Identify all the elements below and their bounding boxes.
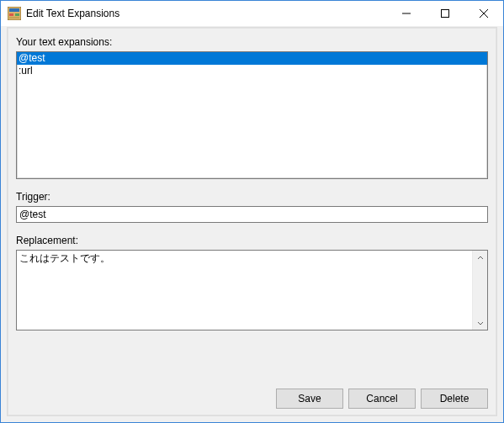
titlebar[interactable]: Edit Text Expansions <box>1 1 503 26</box>
trigger-label: Trigger: <box>16 191 488 203</box>
svg-rect-2 <box>9 13 13 16</box>
cancel-button[interactable]: Cancel <box>348 389 416 409</box>
app-icon <box>8 7 21 20</box>
close-icon <box>480 9 488 18</box>
save-button[interactable]: Save <box>276 389 343 409</box>
replacement-label: Replacement: <box>16 235 488 246</box>
trigger-input[interactable] <box>16 206 488 223</box>
list-item[interactable]: :url <box>17 65 487 77</box>
svg-rect-3 <box>15 13 19 16</box>
svg-rect-6 <box>442 10 449 18</box>
close-button[interactable] <box>464 1 503 26</box>
maximize-button[interactable] <box>426 1 464 26</box>
window-frame: Edit Text Expansions Your text expansion… <box>0 0 504 423</box>
replacement-scrollbar[interactable] <box>472 251 487 330</box>
svg-rect-1 <box>9 8 19 12</box>
expansions-listbox[interactable]: @test:url <box>16 51 488 179</box>
window-buttons <box>387 1 503 26</box>
expansions-label: Your text expansions: <box>16 36 488 48</box>
minimize-icon <box>402 9 411 18</box>
scroll-up-icon[interactable] <box>473 251 487 265</box>
delete-button[interactable]: Delete <box>421 389 488 409</box>
minimize-button[interactable] <box>387 1 426 26</box>
maximize-icon <box>441 9 449 18</box>
replacement-box <box>16 250 488 330</box>
list-item[interactable]: @test <box>17 52 487 65</box>
button-row: Save Cancel Delete <box>16 372 488 409</box>
scroll-down-icon[interactable] <box>473 315 487 330</box>
client-area: Your text expansions: @test:url Trigger:… <box>8 28 496 415</box>
replacement-input[interactable] <box>17 251 473 330</box>
window-title: Edit Text Expansions <box>26 1 387 26</box>
svg-rect-4 <box>9 17 19 19</box>
